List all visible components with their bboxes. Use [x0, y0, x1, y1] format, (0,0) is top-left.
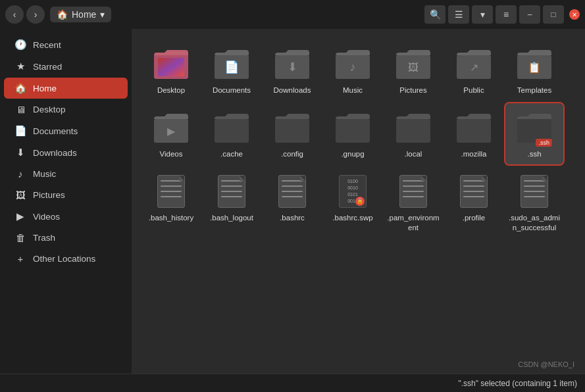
file-documents[interactable]: 📄 Documents	[203, 39, 261, 101]
file-bash-history[interactable]: .bash_history	[142, 167, 200, 238]
svg-text:📄: 📄	[224, 60, 240, 74]
svg-rect-17	[336, 119, 370, 143]
ssh-label: .ssh	[527, 149, 541, 159]
list-view-button[interactable]: ☰	[448, 5, 469, 24]
close-button[interactable]: ✕	[569, 9, 580, 20]
public-label: Public	[463, 86, 484, 95]
bashrc-swp-label: .bashrc.swp	[332, 213, 372, 223]
home-icon: 🏠	[14, 82, 26, 94]
file-videos[interactable]: ▶ Videos	[142, 103, 200, 164]
sidebar-item-home[interactable]: 🏠 Home	[4, 78, 128, 99]
menu-icon: ≡	[503, 9, 509, 20]
back-button[interactable]: ‹	[5, 5, 24, 24]
gnupg-folder-icon	[334, 109, 372, 147]
lock-icon: 🔒	[355, 197, 365, 206]
maximize-icon: □	[551, 10, 555, 19]
home-icon: 🏠	[57, 9, 68, 20]
file-bashrc-swp[interactable]: 0100001001010011 🔒 .bashrc.swp	[324, 167, 382, 238]
cache-folder-icon	[213, 109, 251, 147]
file-gnupg[interactable]: .gnupg	[324, 103, 382, 164]
sidebar-item-trash[interactable]: 🗑 Trash	[4, 228, 128, 248]
view-options-button[interactable]: ▾	[472, 5, 493, 24]
file-profile[interactable]: .profile	[445, 167, 503, 238]
file-local[interactable]: .local	[384, 103, 442, 164]
sidebar-label-downloads: Downloads	[33, 148, 77, 158]
location-bar[interactable]: 🏠 Home ▾	[50, 7, 111, 22]
bashrc-icon	[273, 172, 311, 210]
svg-text:🖼: 🖼	[408, 62, 419, 73]
menu-button[interactable]: ≡	[496, 5, 517, 24]
public-folder-icon: ↗	[455, 45, 493, 83]
file-cache[interactable]: .cache	[203, 103, 261, 164]
file-ssh[interactable]: .ssh .ssh	[505, 103, 563, 164]
search-button[interactable]: 🔍	[424, 5, 445, 24]
file-config[interactable]: .config	[263, 103, 321, 164]
ssh-folder-icon: .ssh	[515, 109, 553, 147]
trash-icon: 🗑	[14, 232, 26, 243]
svg-rect-16	[275, 119, 309, 143]
file-pam-environment[interactable]: .pam_environment	[384, 167, 442, 238]
file-pictures[interactable]: 🖼 Pictures	[384, 39, 442, 101]
bash-logout-icon	[213, 172, 251, 210]
sidebar-label-starred: Starred	[33, 62, 62, 72]
sidebar-item-desktop[interactable]: 🖥 Desktop	[4, 99, 128, 120]
sidebar-item-pictures[interactable]: 🖼 Pictures	[4, 185, 128, 205]
svg-text:↗: ↗	[470, 62, 478, 73]
local-label: .local	[405, 149, 422, 159]
forward-button[interactable]: ›	[26, 5, 45, 24]
sidebar-item-videos[interactable]: ▶ Videos	[4, 206, 128, 227]
ssh-badge: .ssh	[536, 139, 552, 147]
downloads-icon: ⬇	[14, 147, 26, 159]
sidebar-item-starred[interactable]: ★ Starred	[4, 56, 128, 77]
svg-text:▶: ▶	[167, 126, 176, 137]
templates-label: Templates	[517, 86, 551, 95]
forward-icon: ›	[34, 9, 38, 20]
sidebar-item-recent[interactable]: 🕐 Recent	[4, 34, 128, 55]
svg-rect-15	[215, 119, 249, 143]
sidebar-item-downloads[interactable]: ⬇ Downloads	[4, 142, 128, 163]
file-music[interactable]: ♪ Music	[324, 39, 382, 101]
bashrc-swp-icon: 0100001001010011 🔒	[334, 172, 372, 210]
file-bash-logout[interactable]: .bash_logout	[203, 167, 261, 238]
maximize-button[interactable]: □	[543, 5, 564, 24]
documents-label: Documents	[213, 86, 251, 95]
svg-text:📋: 📋	[528, 61, 541, 74]
cache-label: .cache	[220, 149, 243, 159]
sidebar-label-videos: Videos	[33, 212, 60, 222]
svg-text:⬇: ⬇	[288, 61, 297, 74]
videos-label: Videos	[160, 149, 183, 159]
statusbar-text: ".ssh" selected (containing 1 item)	[458, 379, 577, 388]
close-icon: ✕	[572, 11, 577, 18]
sidebar-item-music[interactable]: ♪ Music	[4, 164, 128, 184]
sidebar-item-other-locations[interactable]: + Other Locations	[4, 249, 128, 269]
svg-rect-19	[457, 119, 491, 143]
mozilla-label: .mozilla	[461, 149, 487, 159]
minimize-button[interactable]: –	[519, 5, 540, 24]
videos-icon: ▶	[14, 210, 26, 222]
watermark: CSDN @NEKO_I	[518, 360, 574, 368]
titlebar-actions: 🔍 ☰ ▾ ≡ – □ ✕	[424, 5, 580, 24]
desktop-label: Desktop	[157, 86, 185, 95]
mozilla-folder-icon	[455, 109, 493, 147]
statusbar: ".ssh" selected (containing 1 item)	[0, 374, 585, 392]
file-templates[interactable]: 📋 Templates	[505, 39, 563, 101]
pictures-folder-icon: 🖼	[394, 45, 432, 83]
sidebar-label-desktop: Desktop	[33, 105, 66, 114]
sidebar-item-documents[interactable]: 📄 Documents	[4, 120, 128, 141]
file-mozilla[interactable]: .mozilla	[445, 103, 503, 164]
file-desktop[interactable]: Desktop	[142, 39, 200, 101]
file-downloads[interactable]: ⬇ Downloads	[263, 39, 321, 101]
file-public[interactable]: ↗ Public	[445, 39, 503, 101]
bashrc-label: .bashrc	[280, 213, 305, 223]
location-label: Home	[72, 9, 96, 20]
view-options-icon: ▾	[480, 9, 485, 20]
gnupg-label: .gnupg	[341, 149, 364, 159]
profile-label: .profile	[463, 213, 486, 223]
sidebar-label-documents: Documents	[33, 126, 78, 136]
svg-rect-18	[396, 119, 430, 143]
file-sudo-admin[interactable]: .sudo_as_admin_successful	[505, 167, 563, 238]
downloads-label: Downloads	[274, 86, 311, 95]
sidebar-label-trash: Trash	[33, 233, 55, 243]
search-icon: 🔍	[430, 9, 441, 20]
file-bashrc[interactable]: .bashrc	[263, 167, 321, 238]
